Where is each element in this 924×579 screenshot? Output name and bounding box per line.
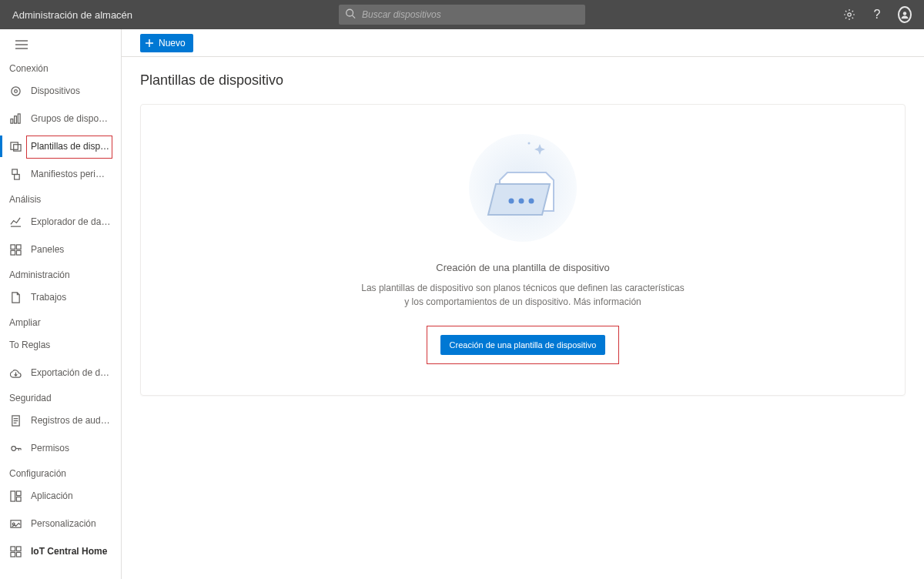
sidebar-item-manifests[interactable]: Manifiestos perimetrales: [0, 160, 121, 188]
svg-rect-19: [10, 250, 15, 255]
svg-rect-14: [12, 169, 17, 174]
sidebar: Conexión Dispositivos Grupos de disposit…: [0, 29, 122, 579]
personalize-icon: [9, 517, 22, 530]
empty-illustration: [461, 126, 584, 249]
sidebar-item-label: Dispositivos: [31, 85, 80, 96]
svg-point-7: [11, 86, 19, 95]
svg-point-41: [509, 199, 514, 204]
section-header: Análisis: [0, 188, 121, 208]
svg-line-1: [353, 15, 356, 18]
svg-point-43: [529, 199, 534, 204]
hamburger-button[interactable]: [0, 29, 121, 57]
jobs-icon: [9, 291, 22, 303]
svg-rect-34: [10, 546, 15, 551]
content-area: Plantillas de dispositivo: [122, 57, 924, 411]
empty-state-card: Creación de una plantilla de dispositivo…: [140, 104, 906, 396]
sidebar-item-home[interactable]: IoT Central Home: [0, 537, 121, 565]
permissions-icon: [9, 442, 22, 454]
svg-rect-15: [14, 174, 19, 179]
dashboard-icon: [9, 243, 22, 256]
sidebar-item-panels[interactable]: Paneles: [0, 236, 121, 263]
svg-rect-12: [10, 142, 17, 149]
sidebar-item-templates[interactable]: Plantillas de dispositivo: [0, 132, 121, 160]
svg-point-2: [848, 13, 851, 16]
sidebar-item-jobs[interactable]: Trabajos: [0, 283, 121, 311]
svg-rect-17: [10, 244, 15, 249]
home-icon: [9, 545, 22, 557]
app-icon: [9, 490, 22, 502]
section-header: Configuración: [0, 462, 121, 482]
templates-icon: [9, 140, 22, 152]
sidebar-item-permissions[interactable]: Permisos: [0, 434, 121, 462]
sidebar-item-groups[interactable]: Grupos de dispositivos: [0, 105, 121, 132]
new-button[interactable]: Nuevo: [140, 34, 193, 52]
search-icon: [345, 8, 356, 22]
sidebar-item-label: IoT Central Home: [31, 546, 107, 557]
help-icon[interactable]: ?: [870, 8, 884, 22]
svg-rect-20: [16, 250, 21, 255]
sidebar-item-personalize[interactable]: Personalización: [0, 510, 121, 537]
svg-rect-36: [10, 552, 15, 557]
svg-point-3: [903, 12, 907, 15]
svg-rect-11: [18, 113, 20, 122]
sidebar-item-devices[interactable]: Dispositivos: [0, 77, 121, 105]
section-header: Ampliar: [0, 311, 121, 331]
sidebar-item-label: To Reglas: [9, 340, 50, 350]
sidebar-item-label: Exportación de datos: [31, 367, 112, 378]
sidebar-item-explorer[interactable]: Explorador de datos: [0, 208, 121, 236]
sidebar-item-label: Grupos de dispositivos: [31, 113, 112, 124]
cta-wrap: Creación de una plantilla de dispositivo: [427, 326, 620, 364]
sidebar-item-label: Aplicación: [31, 490, 73, 501]
sidebar-item-label: Paneles: [31, 244, 64, 255]
svg-rect-31: [16, 497, 21, 501]
sidebar-item-audit[interactable]: Registros de auditoría: [0, 407, 121, 434]
plus-icon: [145, 38, 154, 48]
sidebar-item-label: Registros de auditoría: [31, 415, 112, 426]
explorer-icon: [9, 216, 22, 228]
empty-state-title: Creación de una plantilla de dispositivo: [436, 262, 609, 273]
svg-point-44: [528, 142, 531, 145]
section-header: Administración: [0, 263, 121, 283]
svg-point-42: [519, 199, 524, 204]
svg-rect-10: [14, 115, 16, 122]
search-container: [339, 5, 585, 25]
empty-state-desc: Las plantillas de dispositivo son planos…: [361, 281, 685, 309]
svg-rect-30: [16, 490, 21, 495]
groups-icon: [9, 112, 22, 125]
manifest-icon: [9, 168, 22, 180]
svg-rect-35: [16, 546, 21, 551]
search-input[interactable]: [339, 5, 585, 25]
svg-rect-18: [16, 244, 21, 249]
new-button-label: Nuevo: [159, 38, 186, 49]
desc-line1: Las plantillas de dispositivo son planos…: [361, 283, 685, 293]
main-content: Nuevo Plantillas de dispositivo: [122, 29, 924, 579]
svg-rect-37: [16, 552, 21, 557]
create-template-button[interactable]: Creación de una plantilla de dispositivo: [440, 335, 606, 355]
sidebar-item-app[interactable]: Aplicación: [0, 482, 121, 510]
more-info-link[interactable]: Más información: [574, 296, 641, 307]
top-icons: ?: [842, 8, 912, 22]
audit-icon: [9, 414, 22, 427]
user-icon[interactable]: [898, 8, 912, 22]
sidebar-item-export[interactable]: Exportación de datos: [0, 359, 121, 387]
svg-rect-9: [10, 119, 12, 123]
svg-point-0: [346, 9, 353, 16]
section-header: Seguridad: [0, 387, 121, 407]
page-title: Plantillas de dispositivo: [140, 72, 906, 89]
devices-icon: [9, 85, 22, 97]
sidebar-item-label: Permisos: [31, 443, 69, 453]
section-header: Conexión: [0, 57, 121, 77]
sidebar-item-label: Plantillas de dispositivo: [31, 141, 112, 152]
top-bar: Administración de almacén ?: [0, 0, 924, 29]
sidebar-item-label: Manifiestos perimetrales: [31, 169, 112, 179]
svg-point-25: [11, 446, 15, 450]
gear-icon[interactable]: [842, 8, 856, 22]
sidebar-item-label: Personalización: [31, 518, 96, 529]
desc-line2: y los comportamientos de un dispositivo.: [404, 296, 573, 307]
sidebar-item-label: Explorador de datos: [31, 216, 112, 227]
toolbar: Nuevo: [122, 29, 924, 57]
svg-rect-29: [10, 490, 15, 500]
svg-point-8: [14, 89, 17, 92]
sidebar-item-label: Trabajos: [31, 292, 66, 303]
sidebar-item-rules[interactable]: To Reglas: [0, 331, 121, 359]
